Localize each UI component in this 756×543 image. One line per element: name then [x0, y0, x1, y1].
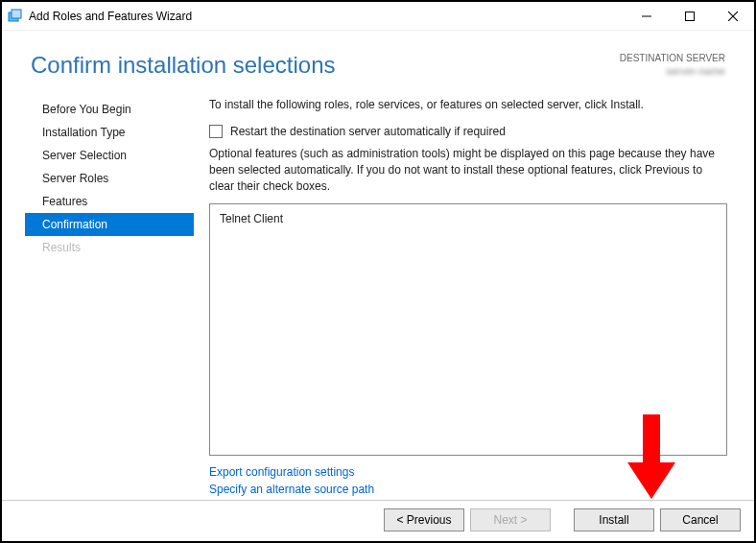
next-button: Next >	[470, 508, 551, 531]
maximize-button[interactable]	[668, 2, 711, 30]
restart-row: Restart the destination server automatic…	[209, 125, 727, 138]
destination-label: DESTINATION SERVER	[620, 52, 725, 64]
sidebar-step-server-selection[interactable]: Server Selection	[25, 144, 194, 167]
sidebar-step-before-you-begin[interactable]: Before You Begin	[25, 98, 194, 121]
selected-feature-item: Telnet Client	[220, 212, 717, 225]
sidebar-step-installation-type[interactable]: Installation Type	[25, 121, 194, 144]
svg-rect-1	[12, 10, 21, 18]
main-panel: To install the following roles, role ser…	[194, 88, 731, 500]
intro-text: To install the following roles, role ser…	[209, 98, 727, 111]
cancel-button[interactable]: Cancel	[660, 508, 741, 531]
destination-server: server-name	[620, 64, 725, 78]
restart-checkbox[interactable]	[209, 125, 223, 138]
selected-features-box: Telnet Client	[209, 203, 727, 456]
alternate-source-link[interactable]: Specify an alternate source path	[209, 483, 727, 496]
close-button[interactable]	[711, 2, 754, 30]
optional-features-text: Optional features (such as administratio…	[209, 146, 727, 194]
install-button[interactable]: Install	[574, 508, 654, 531]
page-header: Confirm installation selections DESTINAT…	[2, 31, 754, 88]
titlebar: Add Roles and Features Wizard	[2, 2, 754, 31]
sidebar-step-confirmation[interactable]: Confirmation	[25, 213, 194, 236]
export-config-link[interactable]: Export configuration settings	[209, 465, 727, 479]
sidebar-step-features[interactable]: Features	[25, 190, 194, 213]
wizard-window: Add Roles and Features Wizard Confirm in…	[0, 0, 756, 543]
sidebar-step-server-roles[interactable]: Server Roles	[25, 167, 194, 190]
window-controls	[625, 2, 754, 30]
footer: < Previous Next > Install Cancel	[2, 500, 754, 541]
destination-block: DESTINATION SERVER server-name	[620, 52, 725, 78]
app-icon	[8, 9, 23, 24]
restart-label: Restart the destination server automatic…	[230, 125, 506, 138]
minimize-button[interactable]	[625, 2, 668, 30]
body: Before You Begin Installation Type Serve…	[2, 88, 754, 500]
sidebar-step-results: Results	[25, 236, 194, 259]
links-block: Export configuration settings Specify an…	[209, 465, 727, 500]
svg-rect-3	[685, 12, 694, 20]
sidebar: Before You Begin Installation Type Serve…	[25, 88, 194, 500]
previous-button[interactable]: < Previous	[384, 508, 464, 531]
page-title: Confirm installation selections	[31, 52, 620, 79]
window-title: Add Roles and Features Wizard	[29, 10, 625, 23]
